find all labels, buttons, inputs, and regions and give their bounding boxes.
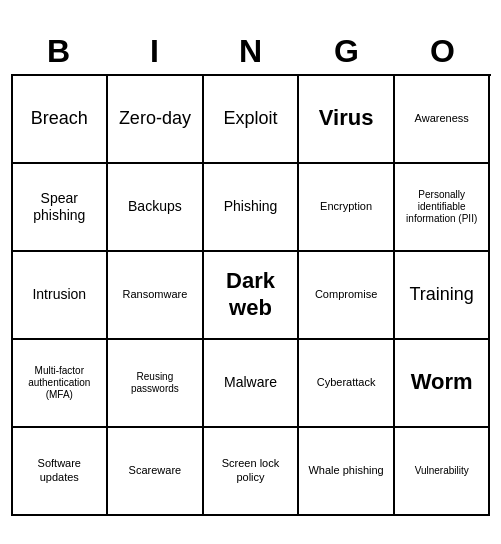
bingo-cell: Ransomware <box>108 252 204 340</box>
bingo-cell: Reusing passwords <box>108 340 204 428</box>
bingo-letter: I <box>107 29 203 74</box>
cell-label: Vulnerability <box>415 465 469 477</box>
cell-label: Worm <box>411 369 473 395</box>
bingo-letter: G <box>299 29 395 74</box>
bingo-cell: Dark web <box>204 252 300 340</box>
bingo-cell: Exploit <box>204 76 300 164</box>
cell-label: Backups <box>128 198 182 215</box>
bingo-cell: Awareness <box>395 76 491 164</box>
bingo-cell: Virus <box>299 76 395 164</box>
cell-label: Ransomware <box>122 288 187 301</box>
bingo-cell: Screen lock policy <box>204 428 300 516</box>
cell-label: Virus <box>319 105 374 131</box>
bingo-cell: Encryption <box>299 164 395 252</box>
bingo-letter: N <box>203 29 299 74</box>
cell-label: Multi-factor authentication (MFA) <box>17 365 103 401</box>
cell-label: Malware <box>224 374 277 391</box>
bingo-grid: BreachZero-dayExploitVirusAwarenessSpear… <box>11 74 491 516</box>
cell-label: Intrusion <box>32 286 86 303</box>
cell-label: Awareness <box>415 112 469 125</box>
bingo-cell: Software updates <box>13 428 109 516</box>
bingo-cell: Spear phishing <box>13 164 109 252</box>
bingo-cell: Phishing <box>204 164 300 252</box>
cell-label: Reusing passwords <box>112 371 198 395</box>
cell-label: Personally identifiable information (PII… <box>399 189 485 225</box>
bingo-cell: Compromise <box>299 252 395 340</box>
bingo-cell: Whale phishing <box>299 428 395 516</box>
bingo-cell: Vulnerability <box>395 428 491 516</box>
bingo-cell: Cyberattack <box>299 340 395 428</box>
cell-label: Scareware <box>129 464 182 477</box>
cell-label: Encryption <box>320 200 372 213</box>
cell-label: Screen lock policy <box>208 457 294 483</box>
bingo-cell: Training <box>395 252 491 340</box>
cell-label: Software updates <box>17 457 103 483</box>
cell-label: Whale phishing <box>308 464 383 477</box>
cell-label: Exploit <box>223 108 277 130</box>
bingo-cell: Zero-day <box>108 76 204 164</box>
bingo-header: BINGO <box>11 29 491 74</box>
bingo-letter: O <box>395 29 491 74</box>
bingo-cell: Personally identifiable information (PII… <box>395 164 491 252</box>
cell-label: Training <box>410 284 474 306</box>
cell-label: Spear phishing <box>17 190 103 224</box>
cell-label: Compromise <box>315 288 377 301</box>
bingo-cell: Intrusion <box>13 252 109 340</box>
cell-label: Dark web <box>208 268 294 321</box>
bingo-letter: B <box>11 29 107 74</box>
bingo-cell: Backups <box>108 164 204 252</box>
cell-label: Phishing <box>224 198 278 215</box>
bingo-cell: Scareware <box>108 428 204 516</box>
cell-label: Zero-day <box>119 108 191 130</box>
cell-label: Breach <box>31 108 88 130</box>
bingo-cell: Breach <box>13 76 109 164</box>
bingo-cell: Multi-factor authentication (MFA) <box>13 340 109 428</box>
bingo-cell: Worm <box>395 340 491 428</box>
bingo-cell: Malware <box>204 340 300 428</box>
cell-label: Cyberattack <box>317 376 376 389</box>
